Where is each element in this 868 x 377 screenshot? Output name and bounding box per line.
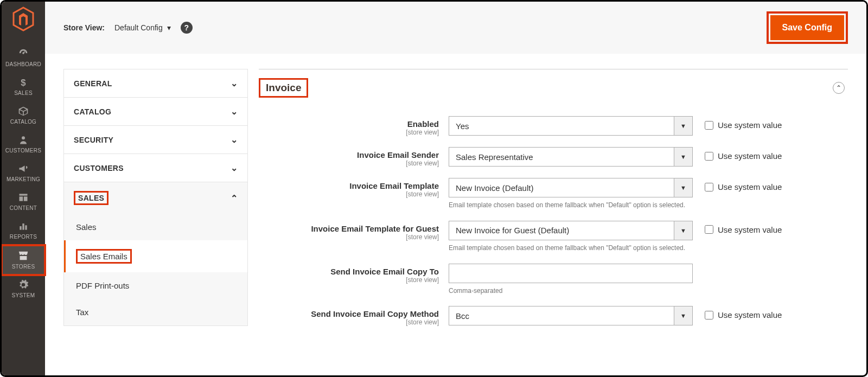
field-scope: [store view]: [259, 159, 439, 167]
nav-sales[interactable]: $ SALES: [2, 73, 45, 101]
nav-content[interactable]: CONTENT: [2, 188, 45, 216]
use-system-checkbox[interactable]: [705, 152, 713, 161]
select-value: Yes: [449, 122, 674, 131]
select-value: Bcc: [449, 311, 674, 321]
config-section-label: CATALOG: [74, 107, 111, 116]
gear-icon: [18, 279, 29, 290]
box-icon: [18, 106, 29, 117]
nav-system[interactable]: SYSTEM: [2, 275, 45, 304]
svg-rect-5: [24, 196, 28, 201]
use-system-checkbox[interactable]: [705, 183, 713, 191]
dollar-icon: $: [18, 77, 29, 88]
sender-select[interactable]: Sales Representative ▼: [449, 147, 693, 167]
use-system-label: Use system value: [718, 182, 782, 191]
use-system-checkbox[interactable]: [705, 311, 713, 320]
svg-rect-6: [20, 226, 21, 230]
copy-method-select[interactable]: Bcc ▼: [449, 306, 693, 325]
select-value: New Invoice for Guest (Default): [449, 226, 674, 235]
use-system-label: Use system value: [718, 225, 782, 234]
sub-item-sales-emails[interactable]: Sales Emails: [64, 240, 247, 272]
template-select[interactable]: New Invoice (Default) ▼: [449, 178, 693, 197]
config-nav: GENERAL ⌄ CATALOG ⌄ SECURITY ⌄ CUSTOMERS: [63, 69, 248, 337]
config-section-security: SECURITY ⌄: [63, 125, 248, 154]
nav-dashboard[interactable]: DASHBOARD: [2, 43, 45, 73]
sub-item-label: Sales: [76, 222, 97, 232]
use-system-label: Use system value: [718, 310, 782, 320]
store-view-selector[interactable]: Default Config ▾: [114, 23, 171, 32]
field-label: Invoice Email Template for Guest: [311, 224, 439, 233]
config-section-sales: SALES ⌃ Sales Sales Emails PDF Print-out…: [63, 182, 248, 326]
nav-catalog[interactable]: CATALOG: [2, 101, 45, 130]
nav-label: REPORTS: [10, 234, 37, 240]
collapse-toggle[interactable]: ⌃: [833, 82, 845, 94]
field-helper: Email template chosen based on theme fal…: [449, 244, 693, 253]
sub-item-tax[interactable]: Tax: [64, 299, 247, 325]
chevron-up-icon: ⌃: [231, 193, 238, 203]
magento-logo: [10, 6, 36, 32]
field-input-col: Yes ▼: [449, 116, 693, 136]
config-section-header[interactable]: CUSTOMERS ⌄: [64, 154, 247, 182]
sub-item-pdf-printouts[interactable]: PDF Print-outs: [64, 272, 247, 299]
field-label: Send Invoice Email Copy Method: [311, 309, 439, 318]
copy-to-input[interactable]: [449, 264, 692, 283]
field-label-col: Invoice Email Template for Guest [store …: [259, 221, 449, 241]
field-scope: [store view]: [259, 190, 439, 198]
top-bar: Store View: Default Config ▾ ? Save Conf…: [45, 2, 866, 54]
field-input-col: New Invoice for Guest (Default) ▼ Email …: [449, 221, 693, 253]
field-label: Invoice Email Template: [349, 181, 439, 190]
config-section-general: GENERAL ⌄: [63, 69, 248, 97]
field-sender: Invoice Email Sender [store view] Sales …: [259, 147, 848, 167]
storefront-icon: [17, 250, 29, 261]
config-section-header[interactable]: SALES ⌃: [64, 182, 247, 214]
field-label: Enabled: [407, 119, 439, 129]
nav-reports[interactable]: REPORTS: [2, 216, 45, 245]
field-input-col: Comma-separated: [449, 264, 693, 296]
save-button-highlight: Save Config: [767, 11, 848, 44]
nav-customers[interactable]: CUSTOMERS: [2, 130, 45, 159]
chevron-down-icon: ⌄: [231, 106, 238, 117]
field-scope: [store view]: [259, 233, 439, 241]
guest-template-select[interactable]: New Invoice for Guest (Default) ▼: [449, 221, 693, 240]
caret-down-icon: ▼: [674, 221, 692, 240]
nav-stores[interactable]: STORES: [2, 245, 45, 275]
config-section-label: SALES: [74, 191, 108, 205]
svg-rect-7: [22, 223, 24, 230]
settings-title: Invoice: [259, 78, 308, 98]
config-section-header[interactable]: GENERAL ⌄: [64, 69, 247, 97]
sub-item-label: Tax: [76, 308, 88, 317]
select-value: New Invoice (Default): [449, 183, 674, 193]
config-section-header[interactable]: CATALOG ⌄: [64, 98, 247, 125]
save-config-button[interactable]: Save Config: [770, 15, 844, 40]
field-input-col: Sales Representative ▼: [449, 147, 693, 167]
config-section-label: SECURITY: [74, 136, 113, 144]
sub-item-sales[interactable]: Sales: [64, 214, 247, 240]
svg-rect-4: [20, 196, 23, 201]
nav-label: MARKETING: [7, 176, 40, 182]
use-system-checkbox[interactable]: [705, 121, 713, 130]
svg-point-2: [22, 136, 25, 139]
enabled-select[interactable]: Yes ▼: [449, 116, 693, 136]
nav-label: CONTENT: [10, 205, 37, 211]
sub-item-label: Sales Emails: [76, 249, 132, 264]
use-system-col: Use system value: [693, 116, 782, 130]
use-system-col: Use system value: [693, 306, 782, 320]
config-section-customers: CUSTOMERS ⌄: [63, 154, 248, 182]
caret-down-icon: ▾: [167, 23, 171, 32]
nav-label: CUSTOMERS: [5, 148, 41, 154]
nav-label: SALES: [14, 90, 33, 96]
layout-icon: [18, 192, 29, 203]
config-section-header[interactable]: SECURITY ⌄: [64, 126, 247, 154]
field-template: Invoice Email Template [store view] New …: [259, 178, 848, 210]
megaphone-icon: [18, 163, 29, 174]
nav-marketing[interactable]: MARKETING: [2, 159, 45, 188]
field-helper: Email template chosen based on theme fal…: [449, 201, 693, 210]
sub-item-label: PDF Print-outs: [76, 281, 129, 290]
admin-sidebar: DASHBOARD $ SALES CATALOG CUSTOMERS MARK…: [2, 2, 45, 375]
help-icon[interactable]: ?: [181, 22, 193, 34]
field-input-col: Bcc ▼: [449, 306, 693, 325]
config-section-body: Sales Sales Emails PDF Print-outs Tax: [64, 214, 247, 325]
use-system-checkbox[interactable]: [705, 225, 713, 234]
nav-label: CATALOG: [10, 119, 36, 125]
store-view-label: Store View:: [63, 23, 105, 32]
store-view-value: Default Config: [114, 23, 163, 32]
